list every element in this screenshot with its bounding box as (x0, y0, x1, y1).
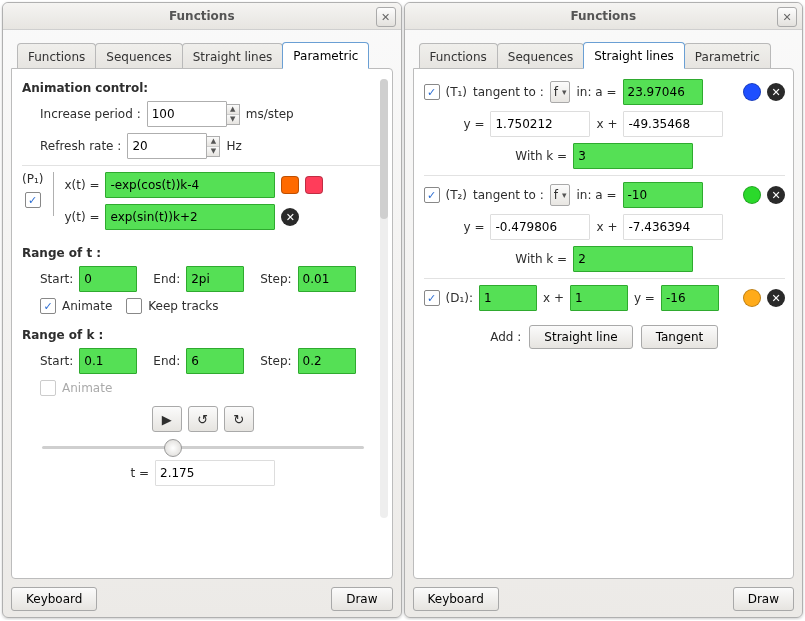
t2-in-label: in: a = (576, 188, 616, 202)
tab-parametric[interactable]: Parametric (282, 42, 369, 69)
draw-button[interactable]: Draw (331, 587, 392, 611)
d1-remove-button[interactable]: ✕ (767, 289, 785, 307)
t2-name: (T₂) (446, 188, 468, 202)
close-icon[interactable]: ✕ (376, 7, 396, 27)
remove-param-button[interactable]: ✕ (281, 208, 299, 226)
t-keep-tracks-label: Keep tracks (148, 299, 218, 313)
k-end-input[interactable] (186, 348, 244, 374)
t-end-input[interactable] (186, 266, 244, 292)
keyboard-button[interactable]: Keyboard (413, 587, 499, 611)
tabs: Functions Sequences Straight lines Param… (11, 38, 393, 68)
t1-xplus: x + (596, 117, 617, 131)
t-start-label: Start: (40, 272, 73, 286)
slider-knob[interactable] (164, 439, 182, 457)
t-slider[interactable] (42, 438, 364, 456)
k-start-label: Start: (40, 354, 73, 368)
tabs: Functions Sequences Straight lines Param… (413, 38, 795, 68)
add-tangent-button[interactable]: Tangent (641, 325, 719, 349)
tab-sequences[interactable]: Sequences (95, 43, 182, 69)
d1-c-input[interactable] (661, 285, 719, 311)
t2-function-select[interactable]: f▾ (550, 184, 571, 206)
tab-functions[interactable]: Functions (17, 43, 96, 69)
chevron-up-icon[interactable]: ▲ (227, 105, 239, 115)
t1-k-input[interactable] (573, 143, 693, 169)
t-readout-value[interactable] (155, 460, 275, 486)
increase-period-unit: ms/step (246, 107, 294, 121)
scrollbar[interactable] (380, 79, 388, 518)
param-enable-checkbox[interactable] (25, 192, 41, 208)
tab-sequences[interactable]: Sequences (497, 43, 584, 69)
draw-button[interactable]: Draw (733, 587, 794, 611)
yt-label: y(t) = (64, 210, 99, 224)
animation-heading: Animation control: (22, 81, 384, 95)
scrollbar-thumb[interactable] (380, 79, 388, 219)
t1-enable-checkbox[interactable] (424, 84, 440, 100)
add-straight-line-button[interactable]: Straight line (529, 325, 632, 349)
t1-function-select[interactable]: f▾ (550, 81, 571, 103)
tab-straight-lines[interactable]: Straight lines (583, 42, 685, 69)
t1-remove-button[interactable]: ✕ (767, 83, 785, 101)
t2-withk-label: With k = (515, 252, 567, 266)
t1-color-swatch[interactable] (743, 83, 761, 101)
loop-button[interactable]: ↻ (224, 406, 254, 432)
t-start-input[interactable] (79, 266, 137, 292)
refresh-rate-unit: Hz (226, 139, 241, 153)
chevron-down-icon[interactable]: ▼ (207, 147, 219, 156)
xt-label: x(t) = (64, 178, 99, 192)
t-animate-checkbox[interactable] (40, 298, 56, 314)
window-title: Functions (169, 9, 235, 23)
increase-period-input[interactable] (147, 101, 227, 127)
t1-a-input[interactable] (623, 79, 703, 105)
refresh-rate-stepper[interactable]: ▲▼ (127, 133, 220, 159)
range-k-heading: Range of k : (22, 328, 384, 342)
t2-a-input[interactable] (623, 182, 703, 208)
range-t-heading: Range of t : (22, 246, 384, 260)
t2-yeq: y = (464, 220, 485, 234)
t-step-label: Step: (260, 272, 291, 286)
t-keep-tracks-checkbox[interactable] (126, 298, 142, 314)
window-functions-parametric: Functions ✕ Functions Sequences Straight… (2, 2, 402, 618)
k-step-label: Step: (260, 354, 291, 368)
tab-functions[interactable]: Functions (419, 43, 498, 69)
close-icon[interactable]: ✕ (777, 7, 797, 27)
t1-withk-label: With k = (515, 149, 567, 163)
d1-name: (D₁): (446, 291, 473, 305)
t1-slope (490, 111, 590, 137)
color-swatch-2[interactable] (305, 176, 323, 194)
t1-in-label: in: a = (576, 85, 616, 99)
tab-straight-lines[interactable]: Straight lines (182, 43, 284, 69)
refresh-rate-input[interactable] (127, 133, 207, 159)
d1-color-swatch[interactable] (743, 289, 761, 307)
refresh-rate-label: Refresh rate : (40, 139, 121, 153)
k-step-input[interactable] (298, 348, 356, 374)
chevron-up-icon[interactable]: ▲ (207, 137, 219, 147)
t1-yeq: y = (464, 117, 485, 131)
tab-parametric[interactable]: Parametric (684, 43, 771, 69)
chevron-down-icon[interactable]: ▼ (227, 115, 239, 124)
t2-remove-button[interactable]: ✕ (767, 186, 785, 204)
d1-enable-checkbox[interactable] (424, 290, 440, 306)
t2-slope (490, 214, 590, 240)
d1-b-input[interactable] (570, 285, 628, 311)
play-button[interactable]: ▶ (152, 406, 182, 432)
d1-a-input[interactable] (479, 285, 537, 311)
t1-name: (T₁) (446, 85, 468, 99)
t2-color-swatch[interactable] (743, 186, 761, 204)
tab-content: (T₁) tangent to : f▾ in: a = ✕ y = x + W… (413, 68, 795, 579)
t2-enable-checkbox[interactable] (424, 187, 440, 203)
t-step-input[interactable] (298, 266, 356, 292)
t-end-label: End: (153, 272, 180, 286)
t2-tangent-label: tangent to : (473, 188, 544, 202)
k-start-input[interactable] (79, 348, 137, 374)
yt-input[interactable] (105, 204, 275, 230)
t2-k-input[interactable] (573, 246, 693, 272)
keyboard-button[interactable]: Keyboard (11, 587, 97, 611)
d1-xplus: x + (543, 291, 564, 305)
reset-button[interactable]: ↺ (188, 406, 218, 432)
xt-input[interactable] (105, 172, 275, 198)
color-swatch-1[interactable] (281, 176, 299, 194)
k-animate-checkbox (40, 380, 56, 396)
t2-intercept (623, 214, 723, 240)
increase-period-stepper[interactable]: ▲▼ (147, 101, 240, 127)
window-title: Functions (570, 9, 636, 23)
